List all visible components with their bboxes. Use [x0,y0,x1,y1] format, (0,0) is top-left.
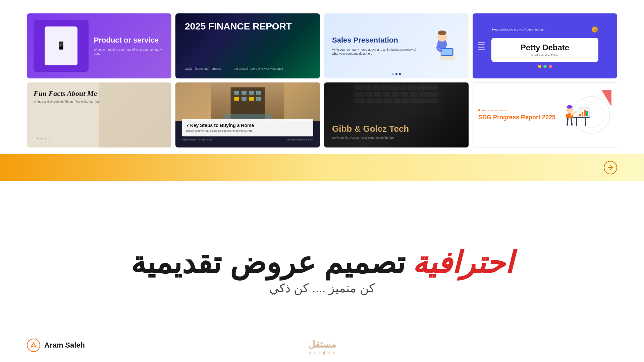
card-tech-title: Gibb & Golez Tech [332,124,461,134]
svg-rect-11 [249,91,254,95]
svg-rect-38 [375,99,383,103]
card-debate-box: Petty Debate 1-on-1 Individual Edition [491,38,598,62]
card-realestate-footer: A presentation for Allan Price Morrison … [182,138,313,141]
card-funfacts-subtitle: Unique and Wonderful Things That Make Me… [34,100,165,103]
card-sdg-text: Your Business Name SDG Progress Report 2… [478,109,558,121]
keyboard-svg [324,82,469,118]
svg-rect-35 [419,92,438,97]
card-funfacts[interactable]: Fun Facts About Me Unique and Wonderful … [27,82,171,147]
card-product-title: Product or service [94,36,165,45]
card-sales-dots [392,73,401,75]
svg-rect-22 [381,85,389,90]
card-finance-title: 2025 FINANCE REPORT [185,21,292,32]
card-product-text: Product or service Write an intriguing s… [89,36,165,56]
arrow-right-icon [607,164,614,171]
svg-rect-37 [367,99,374,103]
svg-rect-10 [241,91,247,95]
svg-rect-24 [399,85,407,90]
svg-rect-29 [365,92,372,97]
card-debate-topbar: How convincing are you? Let's find out! … [488,24,602,35]
bottom-section: تصميم عروض تقديمية احترافية كن متميز ...… [0,181,644,362]
svg-rect-28 [355,92,364,97]
svg-rect-36 [355,99,365,103]
svg-rect-12 [256,91,261,95]
card-realestate-info: 7 Key Steps to Buying a Home Breaking do… [182,119,313,136]
card-finance[interactable]: 2025 FINANCE REPORT Davis Thorne and Par… [175,13,320,78]
card-sales[interactable]: Sales Presentation Write your company na… [324,13,469,78]
svg-rect-13 [234,97,239,101]
svg-rect-47 [585,118,586,126]
card-sdg-title: SDG Progress Report 2025 [478,114,558,121]
svg-rect-45 [573,117,590,118]
card-tech[interactable]: Gibb & Golez Tech Software like you've n… [324,82,469,147]
svg-rect-26 [417,85,425,90]
main-title-red: احترافية [412,248,513,278]
card-finance-annual: An annual report by Elvira Montanez [234,67,283,70]
svg-point-54 [567,105,573,109]
mostaql-url: mostaql.com [308,350,336,355]
card-realestate[interactable]: 7 Key Steps to Buying a Home Breaking do… [175,82,320,147]
building-svg [175,82,320,121]
card-sales-subtitle: Write your company name above and an int… [332,48,420,56]
svg-rect-20 [364,85,371,90]
card-sdg-brand: Your Business Name [478,109,558,112]
aram-logo-svg [30,341,38,349]
card-debate-lines [478,42,485,50]
svg-rect-33 [401,92,408,97]
svg-rect-9 [234,91,239,95]
svg-rect-16 [256,97,261,101]
gallery-grid: 📱 Product or service Write an intriguing… [0,0,644,154]
card-product[interactable]: 📱 Product or service Write an intriguing… [27,13,171,78]
card-realestate-footer-left: A presentation for Allan Price [182,138,212,141]
card-sdg-illustration [558,88,611,142]
card-debate-question: How convincing are you? Let's find out! [492,28,544,31]
banner-arrow-button[interactable] [604,161,617,174]
banner [0,154,644,181]
card-debate-search-icon: 🔍 [592,26,598,33]
card-sales-text: Sales Presentation Write your company na… [332,36,420,56]
svg-rect-21 [372,85,380,90]
svg-rect-49 [579,114,581,116]
card-product-subtitle: Write an intriguing summary of what your… [94,48,165,56]
svg-rect-19 [355,85,362,90]
card-debate-title: Petty Debate [499,43,590,52]
card-debate[interactable]: How convincing are you? Let's find out! … [473,13,617,78]
card-product-image: 📱 [34,20,89,72]
svg-rect-30 [374,92,381,97]
card-realestate-building [175,82,320,121]
main-title-black: تصميم عروض تقديمية [131,248,405,278]
card-debate-subtitle: 1-on-1 Individual Edition [499,54,590,57]
card-finance-footer: Davis Thorne and Partners An annual repo… [185,67,283,70]
svg-rect-40 [393,99,401,103]
svg-point-4 [438,31,446,35]
svg-rect-27 [426,85,438,90]
svg-rect-41 [402,99,410,103]
svg-rect-51 [584,110,586,116]
watermark: مستقل mostaql.com [308,339,336,355]
svg-rect-50 [582,112,583,116]
svg-rect-52 [586,111,588,116]
svg-rect-32 [392,92,399,97]
card-realestate-title: 7 Key Steps to Buying a Home [186,123,309,128]
svg-rect-25 [408,85,416,90]
svg-rect-23 [390,85,398,90]
card-finance-author: Davis Thorne and Partners [185,67,221,70]
subtitle-text: كن متميز .... كن ذكي [27,281,617,295]
card-sales-illustration [420,20,461,72]
svg-rect-6 [441,49,452,55]
card-realestate-footer-right: Morrison International &c. [286,138,313,141]
logo-name-text: Aram Saleh [44,341,85,350]
svg-rect-31 [383,92,390,97]
mostaql-arabic: مستقل [308,339,336,350]
card-funfacts-title: Fun Facts About Me [34,89,165,98]
svg-rect-46 [576,118,577,126]
card-sales-title: Sales Presentation [332,36,420,45]
svg-rect-14 [241,97,247,101]
card-sdg[interactable]: Your Business Name SDG Progress Report 2… [473,82,617,147]
card-funfacts-cta: Let see → [34,137,165,141]
card-product-phone: 📱 [45,26,77,65]
sales-person-svg [424,27,457,64]
svg-rect-34 [410,92,417,97]
card-realestate-subtitle: Breaking down real estate concepts for f… [186,129,309,132]
svg-rect-15 [249,97,254,101]
